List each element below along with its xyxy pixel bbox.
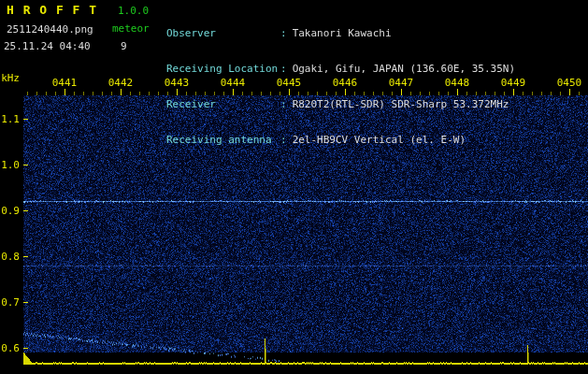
info-colon: : <box>280 99 287 110</box>
info-colon: : <box>280 28 287 39</box>
info-row: Receiving antenna : 2el-HB9CV Vertical (… <box>166 135 515 146</box>
info-row: Observer : Takanori Kawachi <box>166 28 515 39</box>
info-label: Receiving antenna <box>166 135 280 146</box>
echo-count: 9 <box>121 40 127 52</box>
time-tick-label: 0444 <box>221 77 246 89</box>
info-row: Receiving Location : Ogaki, Gifu, JAPAN … <box>166 64 515 75</box>
time-tick-label: 0441 <box>52 77 78 89</box>
time-tick-label: 0446 <box>333 77 358 89</box>
info-value: Takanori Kawachi <box>293 28 392 39</box>
time-tick-label: 0443 <box>165 77 190 89</box>
info-label: Observer <box>166 28 280 39</box>
y-tick-label: 0.7 <box>0 296 20 309</box>
y-tick-label: 0.9 <box>0 205 20 217</box>
time-tick-label: 0448 <box>445 77 470 89</box>
time-tick-label: 0449 <box>501 77 526 89</box>
info-value: Ogaki, Gifu, JAPAN (136.60E, 35.35N) <box>293 64 515 75</box>
time-tick-label: 0445 <box>277 77 302 89</box>
app-version: 1.0.0 <box>118 5 149 17</box>
time-tick-label: 0442 <box>108 77 134 89</box>
hrofft-window: H R O F F T 1.0.0 2511240440.png meteor … <box>0 0 588 374</box>
info-label: Receiving Location <box>166 64 280 75</box>
output-filename: 2511240440.png <box>7 23 93 36</box>
y-tick-label: 0.8 <box>0 251 20 263</box>
y-tick-label: 1.0 <box>0 159 20 171</box>
y-axis-unit: kHz <box>0 72 20 84</box>
y-tick-label: 0.6 <box>0 342 20 354</box>
info-value: R820T2(RTL-SDR) SDR-Sharp 53.372MHz <box>293 99 509 110</box>
time-tick-label: 0450 <box>557 77 582 89</box>
y-tick-label: 1.1 <box>0 113 20 125</box>
info-label: Receiver <box>166 99 280 110</box>
mode-label: meteor <box>112 22 150 35</box>
datetime-label: 25.11.24 04:40 <box>4 40 91 52</box>
app-title: H R O F F T <box>7 3 97 17</box>
info-row: Receiver : R820T2(RTL-SDR) SDR-Sharp 53.… <box>166 99 515 110</box>
info-colon: : <box>280 135 287 146</box>
info-colon: : <box>280 64 287 75</box>
time-tick-label: 0447 <box>389 77 414 89</box>
info-value: 2el-HB9CV Vertical (el. E-W) <box>293 135 466 146</box>
